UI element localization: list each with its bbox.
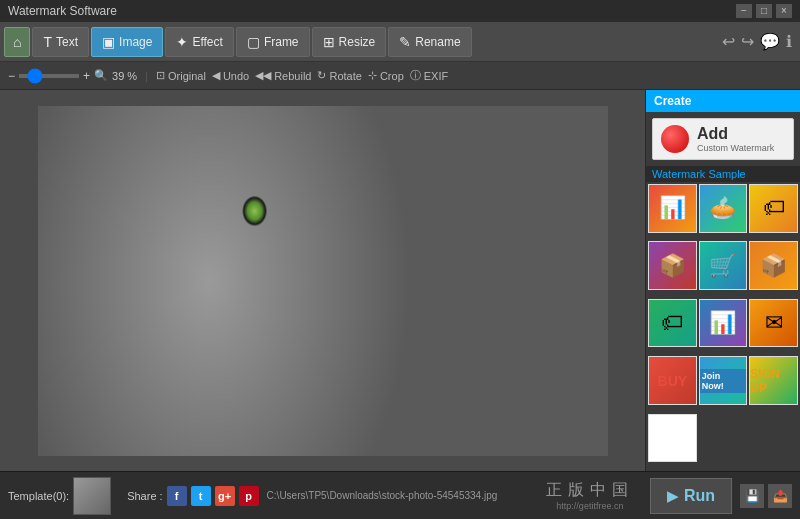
add-watermark-icon — [661, 125, 689, 153]
zoom-slider[interactable] — [19, 74, 79, 78]
zoom-area: − + 🔍 39 % — [8, 69, 137, 83]
add-label: Add — [697, 125, 774, 143]
home-button[interactable]: ⌂ — [4, 27, 30, 57]
tab-image[interactable]: ▣ Image — [91, 27, 163, 57]
undo-action[interactable]: ◀ Undo — [212, 69, 249, 82]
secondary-toolbar: − + 🔍 39 % | ⊡ Original ◀ Undo ◀◀ Rebuil… — [0, 62, 800, 90]
add-sublabel: Custom Watermark — [697, 143, 774, 153]
crop-icon: ⊹ — [368, 69, 377, 82]
rebuild-icon: ◀◀ — [255, 69, 271, 82]
undo-tri-icon: ◀ — [212, 69, 220, 82]
exif-action[interactable]: ⓘ EXIF — [410, 68, 448, 83]
canvas-area — [0, 90, 645, 471]
zoom-icon: 🔍 — [94, 69, 108, 82]
tab-resize[interactable]: ⊞ Resize — [312, 27, 387, 57]
tab-frame-label: Frame — [264, 35, 299, 49]
rotate-icon: ↻ — [317, 69, 326, 82]
bottom-right-icons: 💾 📤 — [740, 484, 792, 508]
sample-item[interactable] — [648, 414, 697, 463]
right-panel: Create Add Custom Watermark Watermark Sa… — [645, 90, 800, 471]
share-section: Share : f t g+ p — [127, 486, 258, 506]
twitter-button[interactable]: t — [191, 486, 211, 506]
sample-grid: 📊 🥧 🏷 📦 🛒 📦 🏷 📊 ✉ BUY Join Now! SIGN UP — [646, 182, 800, 471]
tab-effect[interactable]: ✦ Effect — [165, 27, 233, 57]
undo-icon[interactable]: ↩ — [722, 32, 735, 51]
rotate-action[interactable]: ↻ Rotate — [317, 69, 361, 82]
redo-icon[interactable]: ↪ — [741, 32, 754, 51]
brand-cn: 正版中国 — [546, 480, 634, 501]
original-button[interactable]: ⊡ Original — [156, 69, 206, 82]
brand-url: http://getitfree.cn — [556, 501, 623, 511]
create-section: Create — [646, 90, 800, 112]
tab-effect-label: Effect — [192, 35, 222, 49]
export-icon[interactable]: 📤 — [768, 484, 792, 508]
sample-item[interactable]: 📦 — [648, 241, 697, 290]
sample-item[interactable]: 🥧 — [699, 184, 748, 233]
filepath: C:\Users\TP5\Downloads\stock-photo-54545… — [267, 490, 538, 501]
run-button[interactable]: ▶ Run — [650, 478, 732, 514]
home-icon: ⌂ — [13, 34, 21, 50]
facebook-button[interactable]: f — [167, 486, 187, 506]
tab-rename[interactable]: ✎ Rename — [388, 27, 471, 57]
tab-rename-label: Rename — [415, 35, 460, 49]
tab-text[interactable]: T Text — [32, 27, 89, 57]
sample-item[interactable]: SIGN UP — [749, 356, 798, 405]
template-thumbnail[interactable] — [73, 477, 111, 515]
main-toolbar: ⌂ T Text ▣ Image ✦ Effect ▢ Frame ⊞ Resi… — [0, 22, 800, 62]
chat-icon[interactable]: 💬 — [760, 32, 780, 51]
pinterest-button[interactable]: p — [239, 486, 259, 506]
template-section: Template(0): — [8, 477, 111, 515]
create-label: Create — [654, 94, 691, 108]
main-content: Create Add Custom Watermark Watermark Sa… — [0, 90, 800, 471]
crop-action[interactable]: ⊹ Crop — [368, 69, 404, 82]
text-icon: T — [43, 34, 52, 50]
window-controls: − □ × — [736, 4, 792, 18]
run-icon: ▶ — [667, 488, 678, 504]
sample-item[interactable]: Join Now! — [699, 356, 748, 405]
sample-item[interactable]: 📊 — [648, 184, 697, 233]
sample-item[interactable]: 🏷 — [648, 299, 697, 348]
info-icon[interactable]: ℹ — [786, 32, 792, 51]
run-label: Run — [684, 487, 715, 505]
tab-resize-label: Resize — [339, 35, 376, 49]
zoom-out-icon[interactable]: − — [8, 69, 15, 83]
resize-icon: ⊞ — [323, 34, 335, 50]
tab-image-label: Image — [119, 35, 152, 49]
sample-item[interactable]: 🛒 — [699, 241, 748, 290]
titlebar: Watermark Software − □ × — [0, 0, 800, 22]
add-watermark-button[interactable]: Add Custom Watermark — [652, 118, 794, 160]
zoom-in-icon[interactable]: + — [83, 69, 90, 83]
sample-item[interactable]: ✉ — [749, 299, 798, 348]
watermark-brand: 正版中国 http://getitfree.cn — [546, 480, 634, 511]
maximize-button[interactable]: □ — [756, 4, 772, 18]
watermark-sample-label: Watermark Sample — [646, 166, 800, 182]
close-button[interactable]: × — [776, 4, 792, 18]
template-label: Template(0): — [8, 490, 69, 502]
image-icon: ▣ — [102, 34, 115, 50]
tab-text-label: Text — [56, 35, 78, 49]
app-title: Watermark Software — [8, 4, 117, 18]
zoom-value: 39 % — [112, 70, 137, 82]
add-watermark-text: Add Custom Watermark — [697, 125, 774, 153]
cat-image — [38, 106, 608, 456]
google-plus-button[interactable]: g+ — [215, 486, 235, 506]
frame-icon: ▢ — [247, 34, 260, 50]
image-display — [38, 106, 608, 456]
original-icon: ⊡ — [156, 69, 165, 82]
rename-icon: ✎ — [399, 34, 411, 50]
sample-item[interactable]: 🏷 — [749, 184, 798, 233]
minimize-button[interactable]: − — [736, 4, 752, 18]
sample-item[interactable]: 📦 — [749, 241, 798, 290]
sample-item[interactable]: BUY — [648, 356, 697, 405]
rebuild-action[interactable]: ◀◀ Rebuild — [255, 69, 311, 82]
sample-item[interactable]: 📊 — [699, 299, 748, 348]
bottom-bar: Template(0): Share : f t g+ p C:\Users\T… — [0, 471, 800, 519]
exif-icon: ⓘ — [410, 68, 421, 83]
effect-icon: ✦ — [176, 34, 188, 50]
save-icon[interactable]: 💾 — [740, 484, 764, 508]
tab-frame[interactable]: ▢ Frame — [236, 27, 310, 57]
share-label: Share : — [127, 490, 162, 502]
